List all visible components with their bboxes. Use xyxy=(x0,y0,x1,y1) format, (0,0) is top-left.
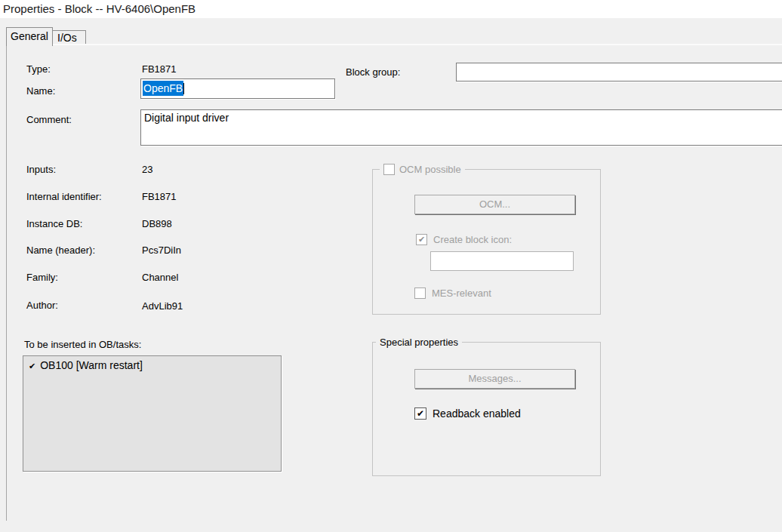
list-item-ob100[interactable]: ✔ OB100 [Warm restart] xyxy=(23,356,281,371)
list-item-label: OB100 [Warm restart] xyxy=(40,359,143,371)
block-icon-input xyxy=(430,251,574,271)
check-icon: ✔ xyxy=(417,410,424,418)
readback-enabled-label: Readback enabled xyxy=(433,407,521,420)
check-icon: ✔ xyxy=(29,361,35,371)
comment-label: Comment: xyxy=(26,114,72,125)
ocm-possible-group: OCM possible OCM... ✔ Create block icon:… xyxy=(372,169,601,315)
ob-tasks-listbox[interactable]: ✔ OB100 [Warm restart] xyxy=(23,355,282,472)
family-label: Family: xyxy=(26,272,58,283)
internal-identifier-label: Internal identifier: xyxy=(26,191,102,202)
ocm-possible-label: OCM possible xyxy=(399,164,461,175)
special-properties-legend: Special properties xyxy=(376,337,462,348)
inputs-label: Inputs: xyxy=(26,164,56,175)
family-value: Channel xyxy=(142,272,178,283)
tab-general[interactable]: General xyxy=(6,27,53,46)
text-caret xyxy=(183,83,184,94)
block-group-input[interactable] xyxy=(456,63,782,81)
ocm-possible-checkbox xyxy=(383,164,395,175)
instance-db-value: DB898 xyxy=(142,218,172,229)
special-properties-group: Special properties Messages... ✔ Readbac… xyxy=(372,342,601,476)
check-icon: ✔ xyxy=(418,235,425,244)
mes-relevant-checkbox xyxy=(414,288,426,299)
readback-enabled-row[interactable]: ✔ Readback enabled xyxy=(414,407,521,420)
inputs-value: 23 xyxy=(142,164,152,175)
author-value: AdvLib91 xyxy=(142,300,183,312)
properties-dialog: Properties - Block -- HV-6406\OpenFB Gen… xyxy=(0,0,782,532)
tab-ios-label: I/Os xyxy=(57,32,77,44)
type-value: FB1871 xyxy=(142,63,177,75)
ocm-button: OCM... xyxy=(414,195,575,214)
internal-identifier-value: FB1871 xyxy=(142,191,177,202)
create-block-icon-row: ✔ Create block icon: xyxy=(416,234,512,245)
name-input[interactable]: OpenFB xyxy=(140,78,335,99)
tab-general-label: General xyxy=(11,30,48,42)
mes-relevant-row: MES-relevant xyxy=(414,288,491,299)
readback-enabled-checkbox[interactable]: ✔ xyxy=(414,407,426,420)
create-block-icon-checkbox: ✔ xyxy=(416,234,427,245)
create-block-icon-label: Create block icon: xyxy=(433,234,512,245)
author-label: Author: xyxy=(26,300,58,311)
dialog-title: Properties - Block -- HV-6406\OpenFB xyxy=(3,2,196,15)
ocm-possible-legend: OCM possible xyxy=(380,164,465,175)
name-label: Name: xyxy=(26,85,55,97)
messages-button: Messages... xyxy=(414,369,575,389)
type-label: Type: xyxy=(26,63,51,75)
comment-input[interactable]: Digital input driver xyxy=(140,109,782,146)
name-header-value: Pcs7DiIn xyxy=(142,244,181,256)
block-group-label: Block group: xyxy=(346,66,400,78)
name-header-label: Name (header): xyxy=(26,244,95,256)
name-input-selected-text: OpenFB xyxy=(143,81,183,96)
mes-relevant-label: MES-relevant xyxy=(432,288,491,299)
ob-tasks-label: To be inserted in OB/tasks: xyxy=(24,339,141,350)
instance-db-label: Instance DB: xyxy=(26,218,82,229)
tab-ios[interactable]: I/Os xyxy=(52,30,86,44)
